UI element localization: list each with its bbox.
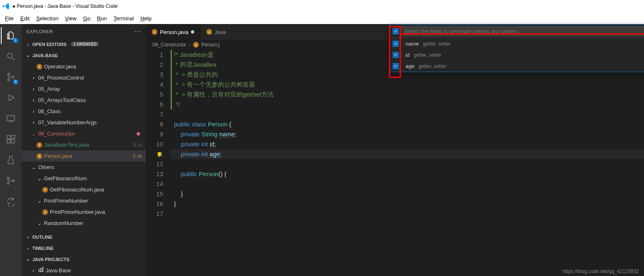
- section-root-folder[interactable]: ⌄ JAVA-BASE: [22, 50, 146, 61]
- tab-java[interactable]: J Java: [200, 24, 232, 40]
- item-label: 04_ProcessControl: [38, 75, 84, 81]
- window-title: ● Person.java - Java-Base - Visual Studi…: [12, 3, 118, 9]
- field-hint: getter, setter: [419, 63, 446, 69]
- chevron-down-icon: ⌄: [25, 257, 31, 262]
- item-label: RandomNumber: [44, 220, 83, 226]
- file-item[interactable]: JOperator.java: [22, 61, 146, 72]
- folder-item[interactable]: ⌄Others: [22, 162, 146, 173]
- svg-rect-9: [11, 140, 14, 143]
- chevron-right-icon: ›: [25, 42, 31, 47]
- field-name: id: [405, 52, 410, 58]
- folder-item[interactable]: ›05_Array: [22, 83, 146, 94]
- folder-item[interactable]: ⌄RandomNumber: [22, 218, 146, 229]
- folder-item[interactable]: ⌄PrintPrimeNumber: [22, 195, 146, 206]
- modified-dot-icon: [137, 132, 140, 136]
- java-file-icon: J: [36, 153, 42, 159]
- folder-item[interactable]: ⌄GetFibonacciNum: [22, 173, 146, 184]
- activity-git-icon[interactable]: [1, 172, 21, 189]
- section-open-editors[interactable]: › OPEN EDITORS 1 UNSAVED: [22, 39, 146, 50]
- quickpick-item[interactable]: namegetter, setter: [390, 38, 644, 49]
- field-hint: getter, setter: [414, 52, 441, 58]
- unsaved-badge: 1 UNSAVED: [71, 42, 99, 46]
- item-checkbox[interactable]: [393, 41, 399, 47]
- item-label: JavaBeanTest.java: [44, 142, 89, 148]
- watermark: https://blog.csdn.net/qq_42123832: [563, 269, 639, 274]
- menu-view[interactable]: View: [62, 15, 80, 22]
- field-name: name: [405, 41, 419, 47]
- select-all-checkbox[interactable]: [393, 28, 399, 34]
- section-java-projects[interactable]: ⌄ JAVA PROJECTS: [22, 254, 146, 265]
- folder-item[interactable]: ›05_ArraysToolClass: [22, 94, 146, 106]
- chevron-down-icon: ⌄: [25, 53, 31, 58]
- chevron-right-icon: ›: [31, 97, 36, 103]
- section-timeline[interactable]: › TIMELINE: [22, 242, 146, 254]
- quickpick-item[interactable]: agegetter, setter: [390, 61, 644, 72]
- chevron-right-icon: ›: [31, 267, 36, 274]
- folder-item[interactable]: ⌄08_Constructor: [22, 128, 146, 139]
- field-name: age: [405, 63, 415, 69]
- menu-go[interactable]: Go: [80, 15, 94, 22]
- activity-scm-icon[interactable]: 3: [1, 69, 21, 85]
- dirty-indicator-icon: [191, 30, 194, 34]
- tab-person-java[interactable]: J Person.java: [146, 24, 200, 40]
- folder-item[interactable]: ›04_ProcessControl: [22, 72, 146, 83]
- file-item[interactable]: JPrintPrimeNumber.java: [22, 206, 146, 218]
- chevron-down-icon: ⌄: [36, 198, 42, 204]
- item-label: 08_Constructor: [38, 131, 75, 137]
- file-item[interactable]: JPerson.java3, M: [22, 150, 146, 162]
- activity-testing-icon[interactable]: [1, 152, 21, 168]
- chevron-right-icon: ›: [31, 108, 36, 114]
- menu-file[interactable]: File: [2, 15, 17, 22]
- menu-selection[interactable]: Selection: [33, 15, 61, 22]
- file-item[interactable]: JJavaBeanTest.java2, U: [22, 139, 146, 150]
- java-file-icon: J: [193, 42, 199, 48]
- java-file-icon: J: [42, 209, 48, 215]
- chevron-right-icon: ›: [25, 246, 31, 251]
- vscode-logo-icon: [2, 2, 10, 10]
- java-file-icon: J: [36, 64, 42, 70]
- svg-rect-15: [41, 269, 42, 272]
- chevron-right-icon: ›: [189, 42, 191, 48]
- activity-explorer-icon[interactable]: 1: [1, 27, 21, 44]
- menu-terminal[interactable]: Terminal: [110, 15, 137, 22]
- svg-point-3: [8, 79, 10, 81]
- chevron-right-icon: ›: [25, 235, 31, 240]
- file-item[interactable]: JGetFibonacciNum.java: [22, 184, 146, 195]
- menu-edit[interactable]: Edit: [17, 15, 33, 22]
- item-checkbox[interactable]: [393, 52, 399, 58]
- svg-point-13: [12, 180, 14, 182]
- activity-extensions-icon[interactable]: [1, 131, 21, 148]
- item-label: GetFibonacciNum: [44, 175, 87, 182]
- code-content[interactable]: /* JavaBean是 * 所谓JavaBea * > 类是公共的 * > 有…: [171, 50, 644, 276]
- activity-remote-icon[interactable]: [1, 110, 21, 127]
- code-editor[interactable]: 1234567891011121314151617 /* JavaBean是 *…: [146, 50, 644, 276]
- item-label: 05_Array: [38, 86, 60, 92]
- activity-sync-icon[interactable]: [1, 193, 21, 210]
- item-checkbox[interactable]: [393, 63, 399, 69]
- folder-item[interactable]: ›07_VariableNumberArgs: [22, 117, 146, 128]
- project-icon: [38, 267, 44, 274]
- menu-run[interactable]: Run: [94, 15, 110, 22]
- java-project-item[interactable]: › Java-Base: [22, 265, 146, 276]
- quick-pick-panel: 3 Selected OK namegetter, setteridgetter…: [389, 24, 644, 72]
- folder-item[interactable]: ›06_Class: [22, 106, 146, 117]
- section-outline[interactable]: › OUTLINE: [22, 231, 146, 242]
- activity-debug-icon[interactable]: [1, 90, 21, 106]
- svg-point-2: [8, 73, 10, 75]
- svg-point-0: [7, 53, 12, 58]
- sidebar-more-icon[interactable]: ⋯: [134, 27, 141, 35]
- item-label: 07_VariableNumberArgs: [38, 119, 96, 126]
- svg-rect-16: [42, 267, 43, 272]
- java-file-icon: J: [42, 187, 48, 193]
- svg-line-1: [12, 58, 14, 60]
- quickpick-item[interactable]: idgetter, setter: [390, 49, 644, 61]
- lightbulb-icon[interactable]: [157, 150, 162, 156]
- activity-search-icon[interactable]: [1, 48, 21, 65]
- quickpick-input[interactable]: [401, 26, 644, 36]
- item-label: Others: [38, 164, 54, 170]
- svg-point-11: [7, 177, 10, 179]
- menu-help[interactable]: Help: [137, 15, 155, 22]
- chevron-right-icon: ›: [31, 119, 36, 126]
- item-label: Operator.java: [44, 63, 76, 70]
- svg-rect-7: [7, 136, 10, 139]
